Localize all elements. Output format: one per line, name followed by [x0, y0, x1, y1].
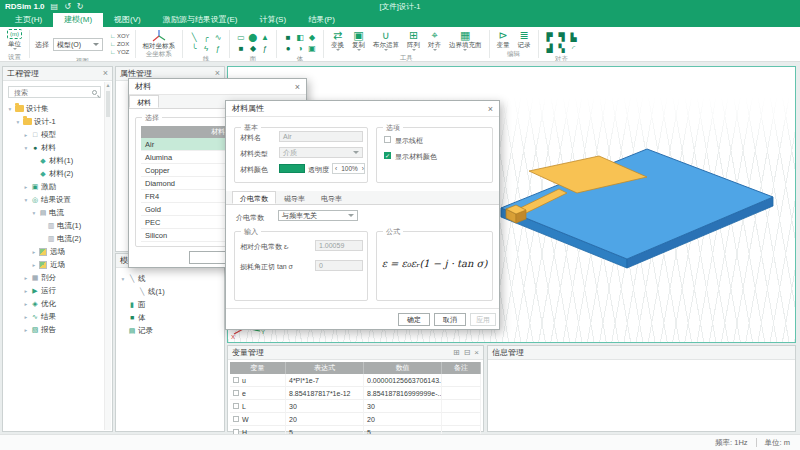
tree-item-current-1[interactable]: ▥电流(1) — [5, 219, 104, 232]
tree-item-current-2[interactable]: ▥电流(2) — [5, 232, 104, 245]
plane-xoy-button[interactable]: XOY — [110, 33, 130, 40]
search-input[interactable] — [12, 88, 92, 97]
close-icon[interactable]: × — [488, 104, 493, 114]
row-checkbox[interactable] — [233, 390, 239, 396]
tree-item-face[interactable]: ▮面 — [118, 298, 222, 311]
show-color-checkbox[interactable]: ✓ — [384, 152, 391, 159]
tree-item-result-settings[interactable]: ▾◎结果设置 — [5, 193, 104, 206]
close-icon[interactable]: × — [295, 82, 300, 92]
tree-item-optimize[interactable]: ▸◈优化 — [5, 297, 104, 310]
expander-icon[interactable]: ▾ — [119, 276, 127, 282]
arc-tool-icon[interactable]: ╭ — [200, 32, 212, 43]
tab-modeling[interactable]: 建模(M) — [53, 13, 103, 27]
tree-item-material-2[interactable]: ◆材料(2) — [5, 167, 104, 180]
add-variable-icon[interactable]: ⊞ — [453, 348, 460, 357]
curve-tool-icon[interactable]: ∿ — [212, 32, 224, 43]
relative-permittivity-field[interactable]: 1.00059 — [315, 240, 363, 251]
tab-conductivity[interactable]: 电导率 — [313, 191, 350, 204]
line-tool-icon[interactable]: ╲ — [188, 32, 200, 43]
expander-icon[interactable]: ▸ — [30, 262, 38, 268]
loss-tangent-field[interactable]: 0 — [315, 260, 363, 271]
stepper-right-icon[interactable]: › — [360, 165, 366, 172]
align-left-icon[interactable]: ▛ — [544, 32, 556, 43]
torus-tool-icon[interactable]: ▣ — [306, 43, 318, 54]
tab-compute[interactable]: 计算(S) — [248, 13, 297, 27]
tree-item-line-1[interactable]: ╲线(1) — [118, 285, 222, 298]
expander-icon[interactable]: ▸ — [22, 288, 30, 294]
select-mode-dropdown[interactable]: 模型(O) — [53, 38, 103, 51]
table-row[interactable]: L 30 30 — [230, 400, 481, 413]
variables-button[interactable]: ⊳ 变量 — [495, 29, 512, 48]
row-checkbox[interactable] — [233, 377, 239, 383]
box-tool-icon[interactable]: ■ — [282, 32, 294, 43]
tab-permittivity[interactable]: 介电常数 — [232, 191, 276, 204]
polyline-tool-icon[interactable]: ╰ — [188, 43, 200, 54]
material-type-dropdown[interactable]: 介质 — [279, 147, 363, 158]
close-icon[interactable]: × — [474, 348, 479, 357]
opacity-stepper[interactable]: ‹ 100% › — [332, 163, 365, 174]
tree-item-materials[interactable]: ▾●材料 — [5, 141, 104, 154]
expander-icon[interactable]: ▾ — [30, 210, 38, 216]
tree-item-run[interactable]: ▸▶运行 — [5, 284, 104, 297]
expander-icon[interactable]: ▸ — [30, 249, 38, 255]
expander-icon[interactable]: ▸ — [22, 314, 30, 320]
equation-curve-icon[interactable]: ƒ — [212, 43, 224, 54]
tab-results[interactable]: 结果(P) — [297, 13, 346, 27]
material-color-swatch[interactable] — [279, 164, 305, 173]
expander-icon[interactable]: ▾ — [22, 145, 30, 151]
tree-item-mesh[interactable]: ▸▦剖分 — [5, 271, 104, 284]
tree-item-line[interactable]: ▾╲线 — [118, 272, 222, 285]
plane-yoz-button[interactable]: YOZ — [110, 49, 130, 56]
equation-face-icon[interactable]: ƒ — [259, 43, 271, 54]
align-arc-icon[interactable]: ◜ — [568, 43, 580, 54]
unit-button[interactable]: (m) 单位 — [5, 29, 24, 52]
tree-item-solid[interactable]: ■体 — [118, 311, 222, 324]
tree-item-material-1[interactable]: ◆材料(1) — [5, 154, 104, 167]
expander-icon[interactable]: ▾ — [14, 119, 22, 125]
tree-item-results[interactable]: ▸∿结果 — [5, 310, 104, 323]
tree-item-near-field[interactable]: ▸近场 — [5, 258, 104, 271]
spline-tool-icon[interactable]: ϟ — [200, 43, 212, 54]
boolean-button[interactable]: ∪ 布尔运算 — [371, 29, 401, 53]
square-tool-icon[interactable]: ■ — [235, 43, 247, 54]
cylinder-tool-icon[interactable]: ◧ — [294, 32, 306, 43]
ok-button[interactable]: 确定 — [398, 313, 430, 326]
delete-variable-icon[interactable]: ⊟ — [464, 348, 471, 357]
tab-materials[interactable]: 材料 — [129, 95, 159, 108]
copy-button[interactable]: ▣ 复制 — [350, 29, 367, 53]
plane-zox-button[interactable]: ZOX — [110, 41, 130, 48]
expander-icon[interactable]: ▾ — [22, 197, 30, 203]
apply-button[interactable]: 应用 — [470, 313, 496, 326]
align-right-icon[interactable]: ▜ — [556, 32, 568, 43]
boundary-fill-button[interactable]: ▦ 边界填充面 — [447, 29, 484, 53]
expander-icon[interactable]: ▸ — [22, 327, 30, 333]
scrollbar-thumb[interactable] — [106, 91, 110, 117]
tab-excitation-results[interactable]: 激励源与结果设置(E) — [152, 13, 249, 27]
record-button[interactable]: ≣ 记录 — [516, 29, 533, 48]
polygon-tool-icon[interactable]: ◆ — [247, 43, 259, 54]
ellipsoid-tool-icon[interactable]: ◑ — [294, 43, 306, 54]
close-icon[interactable]: × — [103, 69, 108, 78]
row-checkbox[interactable] — [233, 403, 239, 409]
table-row[interactable]: W 20 20 — [230, 413, 481, 426]
expander-icon[interactable]: ▾ — [6, 106, 14, 112]
sphere-tool-icon[interactable]: ● — [282, 43, 294, 54]
project-tree-scrollbar[interactable]: ▲ — [104, 82, 111, 430]
material-name-field[interactable]: Air — [279, 131, 363, 142]
align-bottom-icon[interactable]: ▙ — [568, 32, 580, 43]
tree-item-record[interactable]: ▤记录 — [118, 324, 222, 337]
table-row[interactable]: u 4*PI*1e-7 0.00000125663706143... — [230, 374, 481, 387]
expander-icon[interactable]: ▸ — [22, 301, 30, 307]
align-tool-button[interactable]: ⌖ 对齐 — [426, 29, 443, 53]
tree-item-far-field[interactable]: ▸远场 — [5, 245, 104, 258]
transform-button[interactable]: ⇄ 变换 — [329, 29, 346, 53]
tree-item-design-sets[interactable]: ▾设计集 — [5, 102, 104, 115]
frequency-dependence-dropdown[interactable]: 与频率无关 — [278, 210, 358, 221]
cone-tool-icon[interactable]: ◆ — [306, 32, 318, 43]
align-top-icon[interactable]: ▟ — [544, 43, 556, 54]
array-button[interactable]: ⊞ 阵列 — [405, 29, 422, 53]
table-row[interactable]: e 8.854187817*1e-12 8.854187816999999e-.… — [230, 387, 481, 400]
row-checkbox[interactable] — [233, 416, 239, 422]
rectangle-tool-icon[interactable]: ▭ — [235, 32, 247, 43]
cancel-button[interactable]: 取消 — [434, 313, 466, 326]
